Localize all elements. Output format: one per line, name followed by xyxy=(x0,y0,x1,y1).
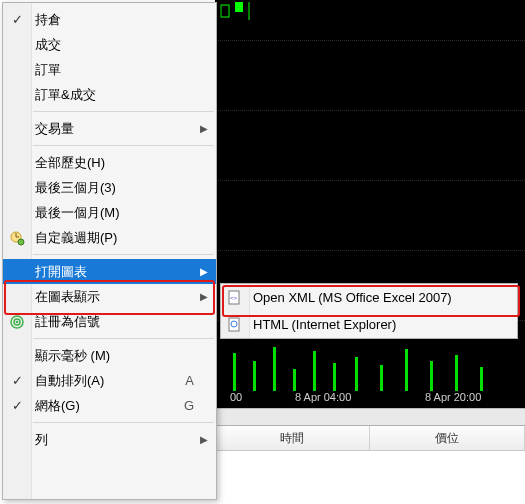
xml-file-icon: <> xyxy=(226,289,244,307)
menu-label: 列 xyxy=(35,431,194,449)
menu-separator xyxy=(33,422,214,423)
menu-label: Open XML (MS Office Excel 2007) xyxy=(253,290,495,305)
chevron-right-icon: ▶ xyxy=(200,266,208,277)
menu-separator xyxy=(33,254,214,255)
table-area: 時間 價位 xyxy=(215,425,525,486)
menu-item-grid[interactable]: ✓網格(G)G xyxy=(3,393,216,418)
menu-item-register-signal[interactable]: 註冊為信號 xyxy=(3,309,216,334)
menu-item-last-3-months[interactable]: 最後三個月(3) xyxy=(3,175,216,200)
menu-label: 訂單&成交 xyxy=(35,86,194,104)
menu-label: 最後一個月(M) xyxy=(35,204,194,222)
svg-rect-0 xyxy=(221,5,229,17)
context-menu: ✓持倉 成交 訂單 訂單&成交 交易量▶ 全部歷史(H) 最後三個月(3) 最後… xyxy=(2,2,217,500)
menu-label: 交易量 xyxy=(35,120,194,138)
menu-label: 成交 xyxy=(35,36,194,54)
check-icon: ✓ xyxy=(10,12,24,27)
check-icon: ✓ xyxy=(10,398,24,413)
menu-item-positions[interactable]: ✓持倉 xyxy=(3,7,216,32)
menu-label: 在圖表顯示 xyxy=(35,288,194,306)
menu-label: 顯示毫秒 (M) xyxy=(35,347,194,365)
chevron-right-icon: ▶ xyxy=(200,123,208,134)
menu-separator xyxy=(33,338,214,339)
chart-scrollbar[interactable] xyxy=(215,408,525,425)
clock-gear-icon xyxy=(8,229,26,247)
svg-text:<>: <> xyxy=(230,295,238,301)
chevron-right-icon: ▶ xyxy=(200,291,208,302)
menu-label: HTML (Internet Explorer) xyxy=(253,317,495,332)
column-header-price[interactable]: 價位 xyxy=(370,426,525,450)
menu-item-columns[interactable]: 列▶ xyxy=(3,427,216,452)
candlestick-icon xyxy=(219,2,259,22)
menu-item-volume[interactable]: 交易量▶ xyxy=(3,116,216,141)
menu-label: 持倉 xyxy=(35,11,194,29)
menu-item-open-chart[interactable]: 打開圖表▶ xyxy=(3,259,216,284)
menu-shortcut: G xyxy=(184,398,194,413)
chart-x-axis: 00 8 Apr 04:00 8 Apr 20:00 xyxy=(215,391,525,407)
menu-item-show-ms[interactable]: 顯示毫秒 (M) xyxy=(3,343,216,368)
menu-shortcut: A xyxy=(185,373,194,388)
menu-item-all-history[interactable]: 全部歷史(H) xyxy=(3,150,216,175)
menu-item-custom-period[interactable]: 自定義週期(P) xyxy=(3,225,216,250)
menu-item-deals[interactable]: 成交 xyxy=(3,32,216,57)
axis-label: 00 xyxy=(230,391,242,403)
axis-label: 8 Apr 04:00 xyxy=(295,391,351,403)
chart-grid xyxy=(215,0,525,425)
menu-separator xyxy=(33,111,214,112)
menu-label: 訂單 xyxy=(35,61,194,79)
check-icon: ✓ xyxy=(10,373,24,388)
menu-item-orders[interactable]: 訂單 xyxy=(3,57,216,82)
svg-point-9 xyxy=(16,320,19,323)
menu-separator xyxy=(33,145,214,146)
menu-label: 自定義週期(P) xyxy=(35,229,194,247)
column-header-time[interactable]: 時間 xyxy=(215,426,370,450)
menu-label: 網格(G) xyxy=(35,397,194,415)
submenu-open-chart: <> Open XML (MS Office Excel 2007) HTML … xyxy=(220,283,518,339)
menu-label: 最後三個月(3) xyxy=(35,179,194,197)
chart-area[interactable]: 00 8 Apr 04:00 8 Apr 20:00 xyxy=(215,0,525,425)
html-file-icon xyxy=(226,316,244,334)
menu-label: 打開圖表 xyxy=(35,263,194,281)
submenu-item-open-xml[interactable]: <> Open XML (MS Office Excel 2007) xyxy=(221,284,517,311)
menu-item-show-on-chart[interactable]: 在圖表顯示▶ xyxy=(3,284,216,309)
menu-label: 自動排列(A) xyxy=(35,372,194,390)
chevron-right-icon: ▶ xyxy=(200,434,208,445)
menu-item-last-month[interactable]: 最後一個月(M) xyxy=(3,200,216,225)
menu-label: 全部歷史(H) xyxy=(35,154,194,172)
menu-label: 註冊為信號 xyxy=(35,313,194,331)
submenu-item-html[interactable]: HTML (Internet Explorer) xyxy=(221,311,517,338)
axis-label: 8 Apr 20:00 xyxy=(425,391,481,403)
svg-rect-12 xyxy=(229,318,239,331)
svg-rect-1 xyxy=(235,2,243,12)
menu-item-orders-deals[interactable]: 訂單&成交 xyxy=(3,82,216,107)
menu-item-auto-arrange[interactable]: ✓自動排列(A)A xyxy=(3,368,216,393)
svg-point-6 xyxy=(18,239,24,245)
signal-icon xyxy=(8,313,26,331)
